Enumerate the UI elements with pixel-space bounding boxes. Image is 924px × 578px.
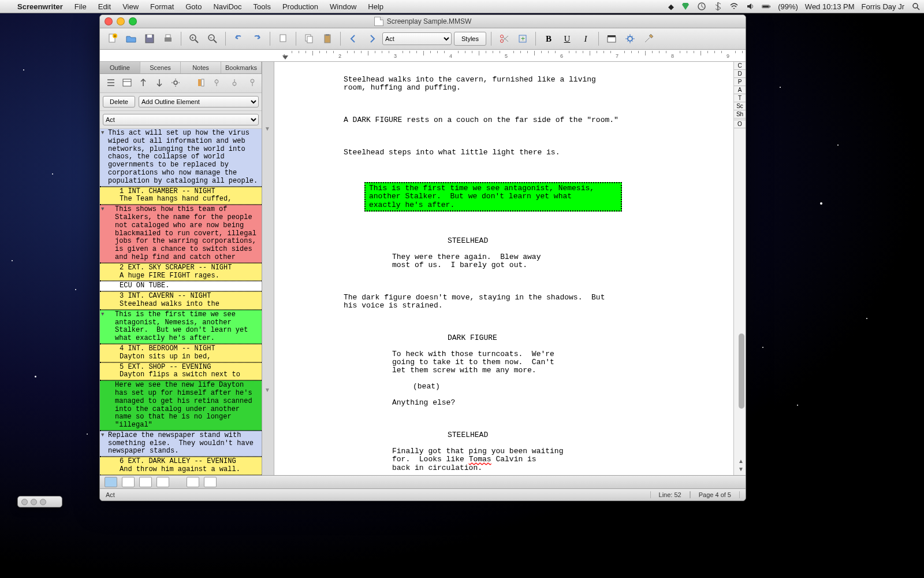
element-strip-item[interactable]: P [734, 78, 746, 86]
spotlight-icon[interactable] [908, 2, 924, 11]
scroll-down-icon[interactable]: ▼ [736, 466, 746, 475]
underline-button[interactable]: U [559, 31, 575, 46]
outline-slider-2-icon[interactable] [229, 77, 240, 89]
zoom-out-icon[interactable]: − [204, 31, 221, 46]
outline-item[interactable]: ▼This act will set up how the virus wipe… [100, 129, 262, 187]
open-icon[interactable] [123, 31, 139, 46]
tab-outline[interactable]: Outline [100, 62, 140, 73]
collapse-marker-icon[interactable]: ▼ [264, 387, 270, 393]
next-icon[interactable] [364, 31, 380, 46]
tab-scenes[interactable]: Scenes [140, 62, 181, 73]
outline-item[interactable]: ▼This shows how this team of Stalkers, t… [100, 205, 262, 263]
italic-button[interactable]: I [578, 31, 594, 46]
outline-act-select[interactable]: Act [103, 114, 259, 125]
tab-notes[interactable]: Notes [181, 62, 221, 73]
element-strip-item[interactable]: D [734, 70, 746, 78]
outline-slider-3-icon[interactable] [245, 77, 256, 89]
minimize-button[interactable] [117, 17, 125, 25]
wifi-icon[interactable] [726, 2, 742, 11]
menu-window[interactable]: Window [324, 2, 362, 11]
outline-demote-icon[interactable] [154, 77, 165, 89]
menu-edit[interactable]: Edit [92, 2, 117, 11]
sync-icon[interactable] [677, 2, 694, 11]
cut-icon[interactable] [275, 31, 291, 46]
menu-tools[interactable]: Tools [248, 2, 277, 11]
redo-icon[interactable] [249, 31, 265, 46]
menu-view[interactable]: View [117, 2, 144, 11]
settings-icon[interactable] [622, 31, 638, 46]
vertical-scrollbar[interactable] [736, 120, 746, 458]
ruler[interactable]: 123456789 [100, 50, 746, 62]
outline-list-icon[interactable] [106, 77, 116, 89]
editor-gutter[interactable]: ▼ ▼ [262, 62, 274, 475]
outline-gear-icon[interactable] [170, 77, 181, 89]
tab-bookmarks[interactable]: Bookmarks [221, 62, 262, 73]
element-strip-item[interactable]: Sc [734, 102, 746, 110]
view-zoom-button[interactable] [157, 477, 169, 487]
element-strip-item[interactable]: T [734, 94, 746, 102]
outline-item[interactable]: ▼Replace the newspaper stand with someth… [100, 431, 262, 457]
delete-button[interactable]: Delete [103, 96, 135, 108]
script-page[interactable]: Steelhead walks into the cavern, furnish… [274, 62, 733, 475]
bold-button[interactable]: B [541, 31, 557, 46]
zoom-in-icon[interactable]: + [186, 31, 202, 46]
volume-icon[interactable] [742, 2, 758, 11]
close-button[interactable] [105, 17, 113, 25]
menu-production[interactable]: Production [277, 2, 324, 11]
outline-item[interactable]: ▼This is the first time we see antagonis… [100, 310, 262, 344]
view-outline-button[interactable] [204, 477, 217, 487]
styles-button[interactable]: Styles [454, 32, 486, 46]
collapse-marker-icon[interactable]: ▼ [264, 125, 270, 132]
tools-icon[interactable] [640, 31, 657, 46]
outline-item[interactable]: 1 INT. CHAMBER -- NIGHT The Team hangs h… [100, 187, 262, 205]
script-note[interactable]: This is the first time we see antagonist… [364, 182, 622, 211]
element-select[interactable]: Act [382, 32, 452, 45]
timemachine-icon[interactable] [694, 2, 710, 11]
app-menu[interactable]: Screenwriter [12, 2, 69, 11]
menu-file[interactable]: File [69, 2, 92, 11]
undo-icon[interactable] [230, 31, 247, 46]
view-normal-button[interactable] [105, 477, 117, 487]
bluetooth-icon[interactable] [710, 2, 726, 11]
spellcheck-word[interactable]: Tomas [469, 455, 491, 464]
view-multi-button[interactable] [139, 477, 152, 487]
menu-format[interactable]: Format [144, 2, 180, 11]
add-element-icon[interactable]: + [515, 31, 531, 46]
outline-item[interactable]: 5 EXT. SHOP -- EVENING Dayton flips a sw… [100, 362, 262, 381]
menu-goto[interactable]: Goto [180, 2, 207, 11]
element-strip-item[interactable]: C [734, 62, 746, 70]
titlebar[interactable]: Screenplay Sample.MMSW [100, 15, 746, 28]
slate-icon[interactable] [603, 31, 620, 46]
new-doc-icon[interactable]: + [105, 31, 121, 46]
outline-promote-icon[interactable] [138, 77, 148, 89]
view-cards-button[interactable] [187, 477, 199, 487]
view-page-button[interactable] [122, 477, 135, 487]
outline-list[interactable]: ▼This act will set up how the virus wipe… [100, 129, 262, 475]
outline-item[interactable]: 3 INT. CAVERN -- NIGHT Steelhead walks i… [100, 291, 262, 310]
prev-icon[interactable] [345, 31, 362, 46]
zoom-button[interactable] [129, 17, 137, 25]
outline-item[interactable]: 4 INT. BEDROOM -- NIGHT Dayton sits up i… [100, 344, 262, 362]
outline-calendar-icon[interactable] [122, 77, 132, 89]
user-menu[interactable]: Forris Day Jr [858, 2, 908, 11]
outline-item[interactable]: 6 EXT. DARK ALLEY -- EVENING And throw h… [100, 457, 262, 475]
copy-icon[interactable] [301, 31, 317, 46]
outline-columns-icon[interactable] [197, 77, 207, 89]
clock[interactable]: Wed 10:13 PM [802, 2, 858, 11]
print-icon[interactable] [160, 31, 176, 46]
outline-slider-1-icon[interactable] [213, 77, 223, 89]
battery-icon[interactable] [758, 2, 774, 11]
menu-navidoc[interactable]: NaviDoc [207, 2, 247, 11]
outline-item[interactable]: ECU ON TUBE. [100, 281, 262, 291]
save-icon[interactable] [141, 31, 158, 46]
paste-icon[interactable] [319, 31, 336, 46]
outline-item[interactable]: 2 EXT. SKY SCRAPER -- NIGHT A huge FIRE … [100, 263, 262, 281]
element-strip-item[interactable]: Sh [734, 110, 746, 118]
scissors-icon[interactable] [496, 31, 512, 46]
add-outline-select[interactable]: Add Outline Element [139, 96, 259, 108]
scroll-thumb[interactable] [739, 334, 744, 409]
menuextra-icon[interactable]: ◆ [665, 2, 677, 11]
menu-help[interactable]: Help [362, 2, 389, 11]
outline-item[interactable]: Here we see the new life Dayton has set … [100, 380, 262, 431]
mac-menubar[interactable]: Screenwriter FileEditViewFormatGotoNaviD… [0, 0, 924, 13]
